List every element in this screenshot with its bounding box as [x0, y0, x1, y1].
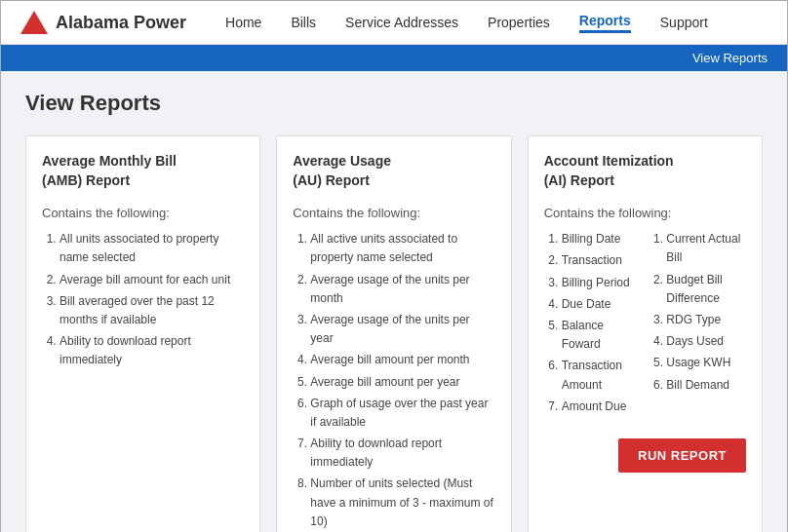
cards-row: Average Monthly Bill(AMB) Report Contain… — [25, 135, 763, 532]
nav-properties[interactable]: Properties — [488, 15, 550, 30]
card-au-title: Average Usage(AU) Report — [293, 152, 494, 190]
card-amb-subtitle: Contains the following: — [42, 206, 244, 220]
main-content: View Reports Average Monthly Bill(AMB) R… — [1, 71, 787, 532]
list-item: Average bill amount per year — [310, 373, 494, 392]
list-item: Average usage of the units per month — [310, 271, 494, 308]
card-ai-col1: Billing Date Transaction Billing Period … — [544, 230, 642, 419]
card-amb: Average Monthly Bill(AMB) Report Contain… — [25, 135, 260, 532]
list-item: Billing Date — [562, 230, 642, 248]
header: Alabama Power Home Bills Service Address… — [1, 1, 787, 45]
list-item: All active units associated to property … — [310, 230, 494, 267]
list-item: Current Actual Bill — [666, 230, 746, 267]
list-item: Average usage of the units per year — [310, 311, 494, 348]
nav-service-addresses[interactable]: Service Addresses — [345, 15, 458, 30]
list-item: Graph of usage over the past year if ava… — [310, 395, 494, 432]
list-item: Balance Foward — [562, 317, 642, 354]
card-ai-subtitle: Contains the following: — [544, 206, 746, 220]
list-item: Amount Due — [562, 398, 642, 416]
list-item: Days Used — [666, 332, 746, 351]
list-item: Number of units selected (Must have a mi… — [310, 475, 494, 531]
card-ai-col2: Current Actual Bill Budget Bill Differen… — [649, 230, 746, 419]
main-nav: Home Bills Service Addresses Properties … — [225, 13, 708, 33]
breadcrumb-view-reports[interactable]: View Reports — [692, 51, 768, 65]
list-item: Transaction Amount — [562, 357, 642, 394]
list-item: Average bill amount per month — [310, 351, 494, 369]
list-item: Average bill amount for each unit — [59, 271, 244, 289]
list-item: Transaction — [562, 251, 642, 270]
nav-home[interactable]: Home — [225, 15, 261, 30]
list-item: Ability to download report immediately — [310, 435, 494, 472]
card-ai: Account Itemization(AI) Report Contains … — [528, 135, 763, 532]
card-ai-title: Account Itemization(AI) Report — [544, 152, 746, 190]
nav-reports[interactable]: Reports — [579, 13, 631, 33]
list-item: Bill averaged over the past 12 months if… — [59, 292, 244, 329]
card-au: Average Usage(AU) Report Contains the fo… — [276, 135, 511, 532]
nav-bills[interactable]: Bills — [291, 15, 316, 30]
nav-support[interactable]: Support — [660, 15, 708, 30]
list-item: Usage KWH — [666, 354, 746, 372]
list-item: Budget Bill Difference — [666, 271, 746, 308]
breadcrumb-bar: View Reports — [1, 45, 787, 71]
logo-text: Alabama Power — [56, 13, 186, 33]
card-au-subtitle: Contains the following: — [293, 206, 494, 220]
card-ai-dual-list: Billing Date Transaction Billing Period … — [544, 230, 746, 419]
list-item: All units associated to property name se… — [59, 230, 244, 267]
page-title: View Reports — [25, 91, 763, 116]
list-item: Due Date — [562, 295, 642, 314]
card-amb-list: All units associated to property name se… — [42, 230, 244, 532]
card-au-list: All active units associated to property … — [293, 230, 494, 532]
list-item: Billing Period — [562, 274, 642, 292]
list-item: Bill Demand — [666, 376, 746, 395]
list-item: Ability to download report immediately — [59, 332, 244, 369]
run-report-ai-button[interactable]: RUN REPORT — [618, 438, 746, 473]
logo-icon — [20, 11, 48, 34]
list-item: RDG Type — [666, 311, 746, 329]
card-amb-title: Average Monthly Bill(AMB) Report — [42, 152, 244, 190]
logo: Alabama Power — [20, 11, 186, 34]
